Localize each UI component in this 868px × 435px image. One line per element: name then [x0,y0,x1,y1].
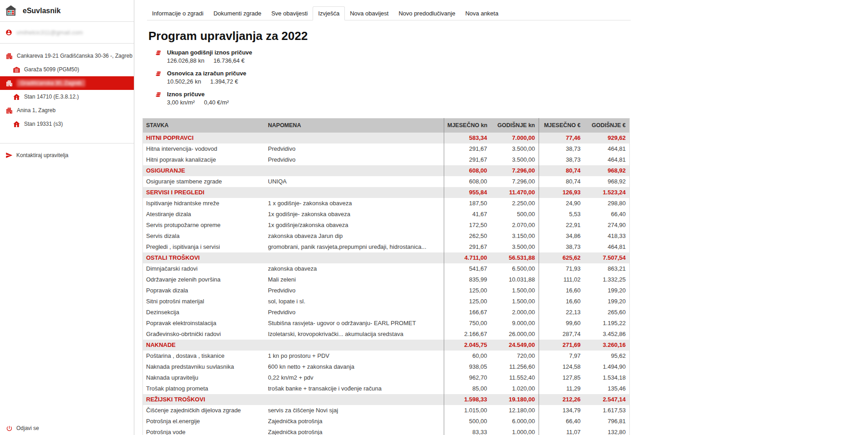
sidebar-item-gradiscanska-30-zagreb[interactable]: Gradišćanska 30, Zagreb [0,76,134,90]
mjesecno-kn-cell: 2.045,75 [444,340,491,351]
mjesecno-kn-cell: 583,34 [444,133,491,143]
table-row: Hitni popravak kanalizacije Predvidivo 2… [143,154,630,165]
tab-sve-obavijesti[interactable]: Sve obavijesti [266,7,313,20]
stavka-cell: Servis dizala [143,231,268,242]
mjesecno-eur-cell: 16,60 [539,296,584,307]
godisnje-kn-cell: 10.031,88 [491,274,539,285]
mjesecno-eur-cell: 271,69 [539,340,584,351]
godisnje-eur-cell: 2.547,14 [584,394,630,405]
tab-label: Dokumenti zgrade [213,10,261,17]
mjesecno-eur-cell: 80,74 [539,176,584,187]
godisnje-eur-cell: 464,81 [584,154,630,165]
sidebar-item-stan-14710-e-3-8-12[interactable]: Stan 14710 (E.3.8.12.) [0,90,134,104]
mjesecno-eur-cell: 22,13 [539,307,584,318]
summary-value-kn: 10.502,26 kn [167,78,201,85]
user-email: vmihelcic311@gmail.com [16,29,83,36]
tab-novo-predodlucivanje[interactable]: Novo predodlučivanje [393,7,460,20]
mjesecno-eur-cell: 71,93 [539,263,584,274]
column-header-godisnje-kn: GODIŠNJE kn [491,119,539,133]
napomena-cell: 0,22 kn/m2 + pdv [268,372,444,383]
stavka-cell: SERVISI I PREGLEDI [143,187,268,198]
godisnje-eur-cell: 464,81 [584,143,630,154]
sidebar-divider [0,143,134,143]
coins-icon [155,91,162,99]
main-content: Informacije o zgradi Dokumenti zgrade Sv… [134,0,868,435]
stavka-cell: REŽIJSKI TROŠKOVI [143,394,268,405]
table-row: Pregledi , ispitivanja i servisi gromobr… [143,242,630,252]
tab-label: Nova obavijest [350,10,388,17]
summary-item: Ukupan godišnji iznos pričuve 126.026,88… [155,49,868,64]
tab-dokumenti-zgrade[interactable]: Dokumenti zgrade [208,7,266,20]
table-group-row: OSIGURANJE 608,00 7.296,00 80,74 968,92 [143,165,630,176]
napomena-cell: 1x godišnje/zakonska obaveza [268,220,444,231]
mjesecno-kn-cell: 83,33 [444,427,491,435]
apartment-icon [13,93,20,101]
stavka-cell: Osiguranje stambene zgrade [143,176,268,187]
tab-izvjesca[interactable]: Izvješća [313,6,345,20]
godisnje-kn-cell: 2.070,00 [491,220,539,231]
mjesecno-eur-cell: 22,91 [539,220,584,231]
napomena-cell: 600 kn netto + zakonska davanja [268,361,444,372]
godisnje-kn-cell: 19.180,00 [491,394,539,405]
mjesecno-eur-cell: 625,62 [539,252,584,263]
column-header-godisnje: GODIŠNJE € [584,119,630,133]
mjesecno-eur-cell: 134,79 [539,405,584,416]
sidebar-item-stan-19331-s3[interactable]: Stan 19331 (s3) [0,117,134,131]
godisnje-kn-cell: 2.250,00 [491,198,539,209]
sidebar-item-cankareva-19-21-gradiscanska-30-36-zagreb[interactable]: Cankareva 19-21 Gradišćanska 30-36 -, Za… [0,49,134,63]
mjesecno-eur-cell: 127,85 [539,372,584,383]
summary-value-eur: 0,40 €/m² [204,99,229,106]
coins-icon [155,49,162,57]
napomena-cell: Zajednička potrošnja [268,416,444,427]
mjesecno-eur-cell: 16,60 [539,285,584,296]
mjesecno-eur-cell: 5,53 [539,209,584,220]
napomena-cell: Predvidivo [268,143,444,154]
account-icon [5,29,12,36]
sidebar-item-label: Stan 19331 (s3) [24,121,63,127]
godisnje-kn-cell: 1.000,00 [491,427,539,435]
godisnje-eur-cell: 1.617,53 [584,405,630,416]
mjesecno-kn-cell: 1.598,33 [444,394,491,405]
napomena-cell: Predvidivo [268,285,444,296]
stavka-cell: Održavanje zelenih površina [143,274,268,285]
sidebar-item-label: Cankareva 19-21 Gradišćanska 30-36 -, Za… [17,53,132,59]
godisnje-kn-cell: 24.549,00 [491,340,539,351]
godisnje-eur-cell: 968,92 [584,165,630,176]
summary-value-kn: 126.026,88 kn [167,57,204,64]
table-row: Hitna intervencija- vodovod Predvidivo 2… [143,143,630,154]
column-header-mjesecno-kn: MJESEČNO kn [444,119,491,133]
program-table: STAVKANAPOMENAMJESEČNO knGODIŠNJE knMJES… [142,118,630,435]
sidebar-item-garaza-5099-pgm50[interactable]: Garaža 5099 (PGM50) [0,63,134,76]
table-row: Poštarina , dostava , tiskanice 1 kn po … [143,351,630,361]
godisnje-eur-cell: 464,81 [584,242,630,252]
stavka-cell: Hitna intervencija- vodovod [143,143,268,154]
mjesecno-eur-cell: 11,07 [539,427,584,435]
godisnje-kn-cell: 720,00 [491,351,539,361]
tab-nova-obavijest[interactable]: Nova obavijest [345,7,393,20]
mjesecno-kn-cell: 125,00 [444,296,491,307]
table-row: Naknada upravitelju 0,22 kn/m2 + pdv 962… [143,372,630,383]
godisnje-kn-cell: 11.470,00 [491,187,539,198]
mjesecno-eur-cell: 287,74 [539,329,584,340]
garage-icon [13,66,20,74]
tab-nova-anketa[interactable]: Nova anketa [460,7,503,20]
summary-value-kn: 3,00 kn/m² [167,99,195,106]
mjesecno-kn-cell: 750,00 [444,318,491,329]
napomena-cell: Izoletarski, krovopokrivački... akumulac… [268,329,444,340]
table-row: Potrošnja el.energije Zajednička potrošn… [143,416,630,427]
mjesecno-kn-cell: 291,67 [444,143,491,154]
logout-button[interactable]: Odjavi se [0,421,134,435]
sidebar-item-anina-1-zagreb[interactable]: Anina 1, Zagreb [0,104,134,117]
godisnje-kn-cell: 7.296,00 [491,176,539,187]
godisnje-kn-cell: 3.150,00 [491,231,539,242]
building-list: Cankareva 19-21 Gradišćanska 30-36 -, Za… [0,49,134,131]
table-row: Građevinsko-obrtnički radovi Izoletarski… [143,329,630,340]
summary-value-eur: 1.394,72 € [210,78,238,85]
sidebar-item-label: Stan 14710 (E.3.8.12.) [24,94,79,100]
godisnje-kn-cell: 7.296,00 [491,165,539,176]
mjesecno-eur-cell: 126,93 [539,187,584,198]
tab-informacije-o-zgradi[interactable]: Informacije o zgradi [147,7,208,20]
godisnje-kn-cell: 11.256,60 [491,361,539,372]
send-icon [5,152,13,159]
contact-manager-button[interactable]: Kontaktiraj upravitelja [0,148,134,162]
